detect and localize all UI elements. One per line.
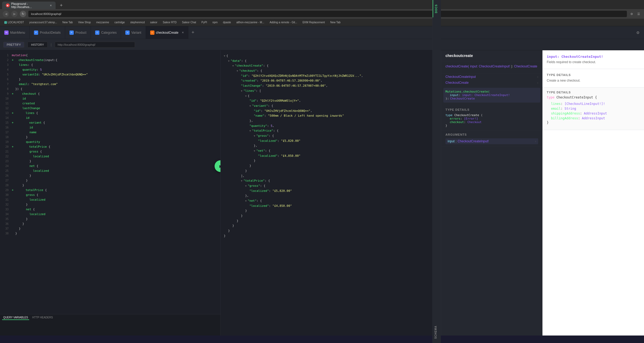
right-docs-field-shipping: shippingAddress: AddressInput [547, 111, 640, 116]
productdetails-tab-icon: P [34, 31, 38, 35]
query-variables-tab[interactable]: QUERY VARIABLES [2, 315, 29, 320]
resp-line-gross: "gross": { [224, 134, 438, 139]
docs-checkoutcreateinput-link[interactable]: CheckoutCreateInput [445, 75, 476, 79]
bookmark-viewshop[interactable]: View Shop [76, 20, 93, 24]
bookmark-newtab1[interactable]: New Tab [60, 20, 75, 24]
bookmark-althon[interactable]: althon-mezzanine - M... [234, 20, 266, 24]
bookmark-npm[interactable]: npm [210, 20, 220, 24]
resp-line-co-close: } [224, 219, 438, 224]
docs-breadcrumb-root[interactable]: checkoutCreate( [445, 64, 469, 68]
resp-line-gross-close: }, [224, 143, 438, 148]
browser-tab-active[interactable]: ▶ Playground - http://localhos... ✕ [2, 2, 56, 9]
bookmark-saleorrtd[interactable]: Saleor RTD [161, 20, 179, 24]
line-23: 23 } [0, 159, 220, 164]
forward-button[interactable]: ▶ [11, 11, 18, 17]
extensions-icon[interactable]: ⚙ [629, 11, 634, 17]
docs-arg-input-type[interactable]: CheckoutCreateInput! [457, 139, 489, 143]
bookmark-ekmp[interactable]: youraccount.57.ekmp... [27, 20, 59, 24]
schema-tab-button[interactable]: SCHEMA [433, 321, 441, 336]
http-headers-tab[interactable]: HTTP HEADERS [31, 315, 54, 320]
right-docs-billing-type[interactable]: AddressInput [582, 116, 605, 120]
playground: M MainMenu P ProductDetails P Product C … [0, 26, 644, 336]
bookmark-pypi[interactable]: PyPI [199, 20, 209, 24]
right-docs-close-brace: } [547, 121, 640, 124]
right-docs-shipping-type[interactable]: AddressInput [584, 112, 607, 115]
tab-productdetails[interactable]: P ProductDetails [30, 26, 65, 39]
tab-categories[interactable]: C Categories [91, 26, 121, 39]
response-editor[interactable]: { "data": { "checkoutCreate": { "checkou… [221, 50, 441, 336]
bookmark-stephenmcd[interactable]: stephenmcd [128, 20, 147, 24]
query-bottom-tabs: QUERY VARIABLES HTTP HEADERS [0, 314, 220, 321]
bookmark-git[interactable]: Adding a remote - Git... [267, 20, 299, 24]
docs-arg-input-arrow: › [535, 140, 536, 143]
query-panel: 1 mutation{ 2 + checkoutCreate(input:{ 3… [0, 50, 221, 336]
bookmark-localhost[interactable]: LOCALHOST [2, 20, 26, 24]
right-docs-lines-type[interactable]: [CheckoutLineInput!]! [565, 102, 605, 106]
bookmark-newtab2[interactable]: New Tab [328, 20, 343, 24]
line-21: 21 gross { [0, 149, 220, 154]
history-button[interactable]: HISTORY [28, 42, 48, 48]
bookmark-ekm[interactable]: EKM Replacement [300, 20, 327, 24]
reload-button[interactable]: ↻ [20, 11, 26, 17]
line-37: 37 } [0, 226, 220, 231]
menu-icon[interactable]: ☰ [636, 11, 641, 17]
bookmark-saleorchat[interactable]: Saleor Chat [180, 20, 198, 24]
app-header: M MainMenu P ProductDetails P Product C … [0, 26, 644, 39]
editor-area: 1 mutation{ 2 + checkoutCreate(input:{ 3… [0, 50, 644, 336]
line-20: 20 + totalPrice { [0, 144, 220, 149]
categories-tab-icon: C [95, 31, 99, 35]
resp-line-totalprice-close: } [224, 163, 438, 169]
right-docs-input-title: input: CheckoutCreateInput! [547, 55, 640, 59]
tab-checkoutcreate-close-icon[interactable]: ✕ [182, 31, 184, 34]
line-10: 10 id [0, 96, 220, 101]
line-38: 38 } [0, 231, 220, 236]
line-7: 7 email: "test@test.com" [0, 82, 220, 87]
bookmark-saleor[interactable]: saleor [148, 20, 160, 24]
resp-line-checkout: "checkout": { [224, 68, 438, 74]
bookmark-mezzanine[interactable]: mezzanine [94, 20, 111, 24]
line-3: 3 lines: { [0, 63, 220, 67]
bookmark-dpaste[interactable]: dpaste [221, 20, 233, 24]
right-docs-email-type[interactable]: String [565, 107, 576, 110]
docs-breadcrumb-input[interactable]: input: CheckoutCreateInput! [470, 64, 510, 68]
line-28: 28 } [0, 183, 220, 188]
query-editor[interactable]: 1 mutation{ 2 + checkoutCreate(input:{ 3… [0, 50, 220, 314]
tab-productdetails-label: ProductDetails [40, 31, 61, 35]
resp-line-variant-name: "name": "500mm / Black / Left hand openi… [224, 113, 438, 119]
docs-mutations-result: ):CheckoutCreate [445, 97, 538, 100]
resp-line-co-gross-close: }, [224, 193, 438, 199]
add-tab-button[interactable]: + [188, 30, 198, 35]
new-tab-button[interactable]: + [56, 2, 67, 9]
variant-tab-icon: V [125, 31, 130, 35]
prettify-button[interactable]: PRETTIFY [3, 42, 24, 48]
right-docs-type-name: type CheckoutCreateInput { [547, 96, 640, 99]
settings-icon[interactable]: ⚙ [632, 31, 644, 35]
back-button[interactable]: ◀ [3, 11, 9, 17]
tab-title: Playground - http://localhos... [11, 2, 48, 9]
docs-mutations-header: Mutations.checkoutCreate( [445, 90, 538, 93]
sidebar-tabs: DOCS SCHEMA [432, 50, 441, 336]
right-docs-panel: input: CheckoutCreateInput! Fields requi… [542, 50, 644, 336]
docs-type-header: type CheckoutCreate ( [445, 113, 538, 117]
tab-mainmenu[interactable]: M MainMenu [0, 26, 30, 39]
resp-line-co-tp-close: } [224, 214, 438, 219]
address-bar[interactable]: localhost:8000/graphql/ [28, 11, 627, 17]
docs-mutations-entry: Mutations.checkoutCreate( input: input: … [445, 90, 538, 100]
docs-breadcrumb-type[interactable]: CheckoutCreate [514, 64, 537, 68]
tab-variant[interactable]: V Variant [121, 26, 146, 39]
line-34: 34 localized [0, 212, 220, 217]
docs-mutations-result-type[interactable]: CheckoutCreate [450, 97, 475, 100]
docs-checkoutcreate-link[interactable]: CheckoutCreate [445, 81, 469, 85]
bookmark-cartridge[interactable]: cartridge [112, 20, 127, 24]
right-docs-field-email: email: String [547, 106, 640, 111]
docs-mutations-input-type[interactable]: input: CheckoutCreateInput! [462, 93, 510, 97]
docs-checkout-link[interactable]: Checkout [467, 120, 482, 124]
docs-errors-link[interactable]: [Error!] [464, 117, 478, 120]
resp-line-net: "net": { [224, 148, 438, 154]
resp-line-cc-close: } [224, 223, 438, 228]
tab-checkoutcreate[interactable]: c checkoutCreate ✕ [146, 26, 188, 39]
tab-close-icon[interactable]: ✕ [50, 4, 52, 7]
tab-product[interactable]: P Product [65, 26, 91, 39]
docs-header: checkoutcreate [441, 50, 542, 61]
docs-arg-input-row: input : CheckoutCreateInput! › [445, 138, 538, 144]
